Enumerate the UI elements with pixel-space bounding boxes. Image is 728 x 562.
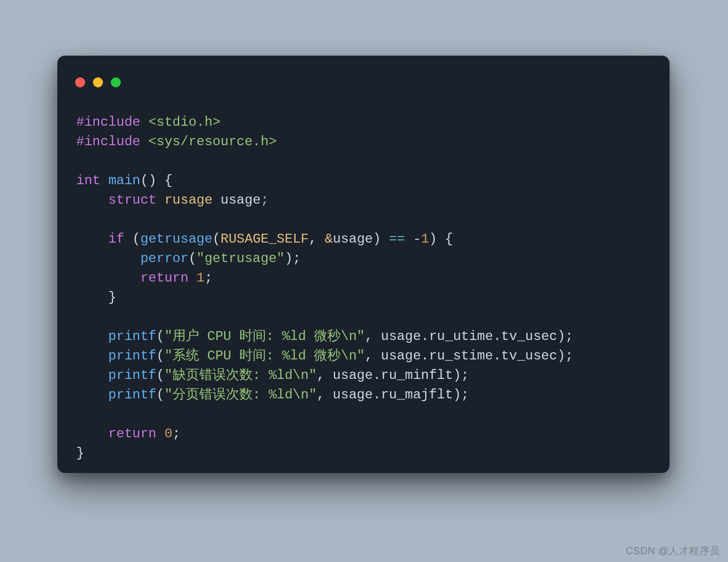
- num-1: 1: [196, 270, 204, 285]
- str-majflt: "分页错误次数: %ld\n": [164, 387, 317, 402]
- expr-p1: , usage.ru_utime.tv_usec);: [365, 329, 573, 344]
- op-eq: ==: [389, 231, 405, 247]
- preproc-include: #include: [76, 134, 140, 149]
- str-user-cpu: "用户 CPU 时间: %ld 微秒\n": [164, 329, 365, 344]
- const-rusage-self: RUSAGE_SELF: [220, 231, 308, 247]
- str-sys-cpu: "系统 CPU 时间: %ld 微秒\n": [164, 348, 365, 363]
- fn-printf: printf: [109, 348, 156, 363]
- semicolon: ;: [260, 193, 268, 208]
- watermark-text: CSDN @人才程序员: [626, 544, 720, 558]
- type-rusage: rusage: [164, 193, 212, 208]
- expr-p2: , usage.ru_stime.tv_usec);: [365, 348, 573, 363]
- fn-printf: printf: [109, 387, 156, 402]
- neg-sign: -: [413, 231, 421, 247]
- expr-p4: , usage.ru_majflt);: [317, 387, 469, 402]
- kw-struct: struct: [109, 193, 156, 208]
- window-titlebar: [57, 56, 670, 96]
- num-0: 0: [164, 426, 172, 441]
- str-minflt: "缺页错误次数: %ld\n": [164, 368, 317, 383]
- arg-usage: usage: [333, 231, 373, 247]
- kw-return: return: [140, 270, 188, 285]
- brace-close: }: [76, 446, 84, 461]
- header-sys-resource: <sys/resource.h>: [149, 134, 277, 149]
- kw-int: int: [76, 173, 100, 188]
- str-perror: "getrusage": [196, 251, 284, 266]
- header-stdio: <stdio.h>: [149, 115, 221, 130]
- preproc-include: #include: [76, 115, 140, 130]
- main-sig: () {: [140, 173, 173, 188]
- zoom-icon[interactable]: [111, 77, 121, 87]
- amp-op: &: [325, 231, 333, 247]
- code-window: #include <stdio.h> #include <sys/resourc…: [57, 56, 670, 473]
- expr-p3: , usage.ru_minflt);: [317, 368, 469, 383]
- var-usage: usage: [220, 193, 260, 208]
- fn-getrusage: getrusage: [140, 231, 213, 247]
- kw-return: return: [109, 426, 156, 441]
- fn-main: main: [109, 173, 141, 188]
- kw-if: if: [109, 231, 125, 247]
- minimize-icon[interactable]: [93, 77, 103, 87]
- fn-printf: printf: [109, 368, 156, 383]
- close-icon[interactable]: [75, 77, 85, 87]
- fn-printf: printf: [109, 329, 156, 344]
- code-block: #include <stdio.h> #include <sys/resourc…: [57, 96, 670, 473]
- fn-perror: perror: [140, 251, 188, 266]
- num-neg1: 1: [421, 231, 429, 247]
